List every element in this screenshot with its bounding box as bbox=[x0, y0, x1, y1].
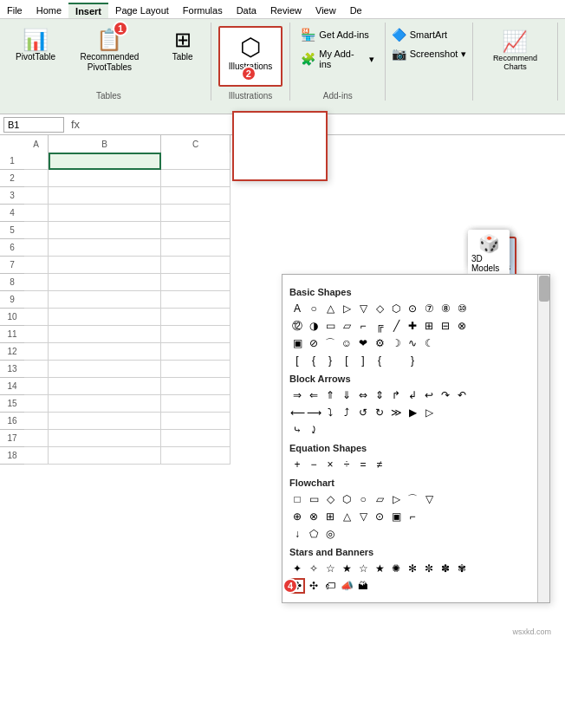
shape-item[interactable]: ⬡ bbox=[339, 491, 354, 507]
shape-item[interactable]: ✺ bbox=[388, 561, 404, 576]
shape-item[interactable]: ▣ bbox=[388, 509, 404, 524]
cell-c13[interactable] bbox=[161, 361, 231, 378]
shape-item[interactable]: { bbox=[372, 353, 387, 368]
shape-item[interactable]: ▽ bbox=[421, 491, 437, 507]
cell-c4[interactable] bbox=[161, 205, 231, 222]
cell-b17[interactable] bbox=[49, 430, 161, 447]
cell-c2[interactable] bbox=[161, 170, 231, 187]
shape-item[interactable]: ⊞ bbox=[421, 318, 437, 334]
shape-item[interactable]: ▷ bbox=[339, 301, 354, 316]
shape-item[interactable]: ⟵ bbox=[289, 405, 305, 420]
cell-c3[interactable] bbox=[161, 187, 231, 205]
shape-item[interactable]: ∿ bbox=[405, 335, 420, 351]
cell-b10[interactable] bbox=[49, 309, 161, 326]
shape-item[interactable]: ≫ bbox=[388, 405, 404, 420]
shape-item[interactable]: ↲ bbox=[405, 387, 420, 403]
shape-item[interactable]: ↩ bbox=[421, 387, 437, 403]
cell-a17[interactable] bbox=[24, 430, 49, 447]
shape-item[interactable]: } bbox=[405, 353, 420, 368]
cell-b6[interactable] bbox=[49, 239, 161, 257]
shape-item[interactable]: ] bbox=[355, 353, 371, 368]
shape-item[interactable]: ↻ bbox=[372, 405, 387, 420]
cell-a1[interactable] bbox=[24, 153, 49, 170]
shape-item[interactable]: ╱ bbox=[388, 318, 404, 334]
shape-item[interactable]: ✼ bbox=[421, 561, 437, 576]
cell-a2[interactable] bbox=[24, 170, 49, 187]
cell-a6[interactable] bbox=[24, 239, 49, 257]
shape-item[interactable]: A bbox=[289, 301, 305, 316]
cell-c5[interactable] bbox=[161, 222, 231, 239]
shape-item[interactable]: ⑦ bbox=[421, 301, 437, 316]
shape-item[interactable]: ⤷ bbox=[289, 422, 305, 438]
shape-item[interactable]: ❤ bbox=[355, 335, 371, 351]
shape-item[interactable]: ☆ bbox=[355, 561, 371, 576]
shape-item[interactable]: ⊞ bbox=[322, 509, 338, 524]
my-addins-button[interactable]: 🧩 My Add-ins ▾ bbox=[297, 47, 378, 71]
shape-item[interactable]: ⤸ bbox=[306, 422, 321, 438]
table-button[interactable]: ⊞ Table bbox=[162, 26, 204, 66]
cell-a11[interactable] bbox=[24, 326, 49, 343]
shape-item[interactable]: ✧ bbox=[306, 561, 321, 576]
shape-item[interactable]: ⤵ bbox=[322, 405, 338, 420]
cell-b8[interactable] bbox=[49, 274, 161, 291]
recommended-charts-button[interactable]: 📈 Recommend Charts bbox=[480, 26, 550, 75]
cell-a14[interactable] bbox=[24, 378, 49, 395]
shape-item[interactable]: ÷ bbox=[339, 457, 354, 472]
shape-item[interactable]: ╔ bbox=[372, 318, 387, 334]
shape-item[interactable]: ✾ bbox=[454, 561, 470, 576]
cell-b14[interactable] bbox=[49, 378, 161, 395]
menu-review[interactable]: Review bbox=[263, 3, 308, 17]
cell-b11[interactable] bbox=[49, 326, 161, 343]
shape-item[interactable]: 📣 bbox=[339, 578, 354, 594]
shape-item[interactable]: □ bbox=[289, 491, 305, 507]
shape-item[interactable]: 🏷 bbox=[322, 578, 338, 594]
cell-b4[interactable] bbox=[49, 205, 161, 222]
shape-item[interactable]: ⑩ bbox=[454, 301, 470, 316]
shape-item[interactable]: ▭ bbox=[306, 491, 321, 507]
shape-item[interactable]: ☽ bbox=[388, 335, 404, 351]
shape-item[interactable]: ○ bbox=[355, 491, 371, 507]
cell-c16[interactable] bbox=[161, 413, 231, 430]
shape-item[interactable]: × bbox=[322, 457, 338, 472]
cell-c1[interactable] bbox=[161, 153, 231, 170]
menu-insert[interactable]: Insert bbox=[68, 3, 108, 18]
cell-a7[interactable] bbox=[24, 257, 49, 274]
shape-item[interactable]: ★ bbox=[339, 561, 354, 576]
menu-file[interactable]: File bbox=[0, 3, 29, 17]
menu-de[interactable]: De bbox=[343, 3, 369, 17]
cell-b7[interactable] bbox=[49, 257, 161, 274]
menu-formulas[interactable]: Formulas bbox=[176, 3, 230, 17]
shape-item[interactable]: 🏔 bbox=[355, 578, 371, 594]
menu-view[interactable]: View bbox=[308, 3, 343, 17]
shape-item[interactable]: ↺ bbox=[355, 405, 371, 420]
shape-item[interactable]: ⌐ bbox=[355, 318, 371, 334]
cell-c11[interactable] bbox=[161, 326, 231, 343]
menu-data[interactable]: Data bbox=[230, 3, 263, 17]
cell-b12[interactable] bbox=[49, 343, 161, 361]
shape-item[interactable]: ⚙ bbox=[372, 335, 387, 351]
shape-item[interactable]: [ bbox=[339, 353, 354, 368]
shape-item[interactable]: ✦ bbox=[289, 561, 305, 576]
shape-item[interactable]: ⑧ bbox=[438, 301, 453, 316]
shape-item[interactable]: ⊗ bbox=[306, 509, 321, 524]
get-addins-button[interactable]: 🏪 Get Add-ins bbox=[297, 26, 378, 43]
shape-item[interactable]: ⇓ bbox=[339, 387, 354, 403]
shape-item[interactable]: ⟶ bbox=[306, 405, 321, 420]
cell-a16[interactable] bbox=[24, 413, 49, 430]
scrollbar-thumb[interactable] bbox=[539, 276, 549, 302]
cell-c18[interactable] bbox=[161, 447, 231, 465]
shape-item[interactable]: ◑ bbox=[306, 318, 321, 334]
shape-item[interactable]: ⊗ bbox=[454, 318, 470, 334]
shape-item[interactable]: ⊟ bbox=[438, 318, 453, 334]
cell-b9[interactable] bbox=[49, 291, 161, 309]
name-box[interactable] bbox=[3, 117, 64, 133]
cell-c12[interactable] bbox=[161, 343, 231, 361]
cell-c15[interactable] bbox=[161, 395, 231, 413]
shape-item[interactable]: ⬡ bbox=[388, 301, 404, 316]
cell-b1[interactable] bbox=[49, 153, 161, 170]
shape-item[interactable]: ⇐ bbox=[306, 387, 321, 403]
shape-item[interactable]: ⊙ bbox=[405, 301, 420, 316]
pivot-table-button[interactable]: 📊 PivotTable bbox=[14, 26, 57, 66]
shape-item[interactable]: ★ bbox=[372, 561, 387, 576]
cell-a3[interactable] bbox=[24, 187, 49, 205]
